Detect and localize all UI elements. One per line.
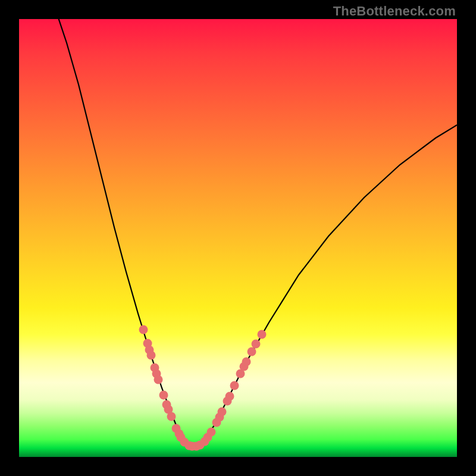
watermark-text: TheBottleneck.com [333,4,456,19]
gradient-background [19,19,457,457]
chart-frame [19,19,457,457]
